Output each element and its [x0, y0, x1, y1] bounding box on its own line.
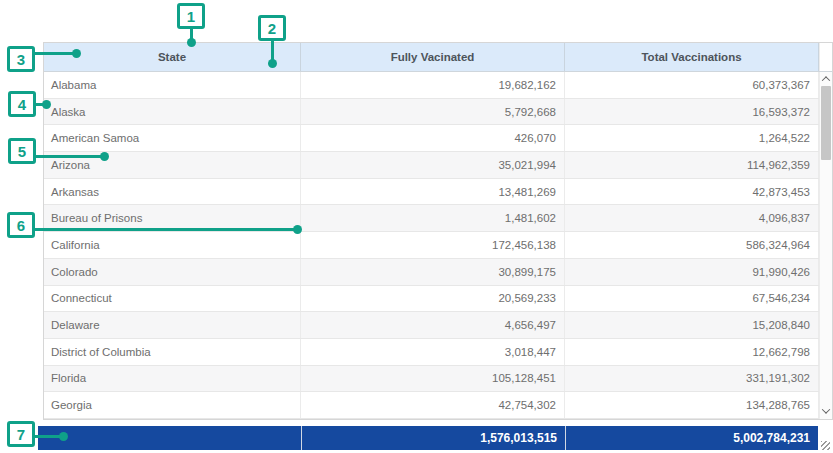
cell-fully-vaccinated: 13,481,269 — [301, 179, 565, 205]
cell-fully-vaccinated: 20,569,233 — [301, 286, 565, 312]
cell-total-vaccinations: 4,096,837 — [565, 205, 819, 231]
resize-grip-icon[interactable] — [821, 441, 830, 450]
cell-state: Florida — [44, 366, 301, 392]
scrollbar-thumb[interactable] — [821, 86, 831, 160]
cell-state: District of Columbia — [44, 339, 301, 365]
cell-state: Delaware — [44, 312, 301, 338]
column-header-total-vaccinations[interactable]: Total Vaccinations — [565, 43, 819, 71]
cell-fully-vaccinated: 42,754,302 — [301, 392, 565, 418]
callout-dot — [42, 100, 51, 109]
cell-fully-vaccinated: 105,128,451 — [301, 366, 565, 392]
table-row[interactable]: Arkansas 13,481,269 42,873,453 — [44, 179, 819, 206]
callout-dot — [187, 38, 196, 47]
table-row[interactable]: Georgia 42,754,302 134,288,765 — [44, 392, 819, 419]
callout-number-badge: 4 — [8, 91, 36, 117]
cell-total-vaccinations: 15,208,840 — [565, 312, 819, 338]
summary-cell-total-vaccinations: 5,002,784,231 — [565, 426, 818, 450]
callout-number-badge: 3 — [7, 46, 35, 72]
callout-dot — [59, 432, 68, 441]
callout-dot — [293, 225, 302, 234]
table-row[interactable]: Florida 105,128,451 331,191,302 — [44, 366, 819, 393]
cell-fully-vaccinated: 4,656,497 — [301, 312, 565, 338]
table-row[interactable]: Connecticut 20,569,233 67,546,234 — [44, 286, 819, 313]
scroll-down-arrow-icon[interactable] — [820, 404, 832, 418]
column-header-state[interactable]: State — [44, 43, 301, 71]
callout-number-badge: 5 — [8, 138, 36, 164]
column-header-fully-vaccinated[interactable]: Fully Vacinated — [301, 43, 565, 71]
callout-number-badge: 6 — [7, 212, 35, 238]
header-scrollbar-spacer — [819, 43, 832, 71]
cell-total-vaccinations: 16,593,372 — [565, 99, 819, 125]
cell-total-vaccinations: 60,373,367 — [565, 72, 819, 98]
callout-number-badge: 7 — [7, 421, 35, 447]
table-rows: Alabama 19,682,162 60,373,367 Alaska 5,7… — [44, 72, 819, 419]
cell-fully-vaccinated: 19,682,162 — [301, 72, 565, 98]
cell-total-vaccinations: 1,264,522 — [565, 125, 819, 151]
cell-total-vaccinations: 67,546,234 — [565, 286, 819, 312]
cell-state: Georgia — [44, 392, 301, 418]
cell-state: American Samoa — [44, 125, 301, 151]
table-row[interactable]: Delaware 4,656,497 15,208,840 — [44, 312, 819, 339]
cell-total-vaccinations: 586,324,964 — [565, 232, 819, 258]
cell-total-vaccinations: 42,873,453 — [565, 179, 819, 205]
cell-state: Alaska — [44, 99, 301, 125]
cell-state: Arkansas — [44, 179, 301, 205]
cell-fully-vaccinated: 35,021,994 — [301, 152, 565, 178]
callout-line — [33, 228, 297, 231]
cell-fully-vaccinated: 1,481,602 — [301, 205, 565, 231]
table-row[interactable]: Alabama 19,682,162 60,373,367 — [44, 72, 819, 99]
callout-line — [33, 52, 77, 55]
cell-fully-vaccinated: 426,070 — [301, 125, 565, 151]
summary-cell-fully-vaccinated: 1,576,013,515 — [301, 426, 565, 450]
table-header-row: State Fully Vacinated Total Vaccinations — [44, 43, 832, 72]
cell-fully-vaccinated: 5,792,668 — [301, 99, 565, 125]
callout-dot — [72, 49, 81, 58]
summary-row: 1,576,013,515 5,002,784,231 — [38, 426, 818, 450]
callout-number-badge: 1 — [177, 3, 205, 29]
table-row[interactable]: American Samoa 426,070 1,264,522 — [44, 125, 819, 152]
cell-state: Alabama — [44, 72, 301, 98]
cell-state: Connecticut — [44, 286, 301, 312]
cell-total-vaccinations: 331,191,302 — [565, 366, 819, 392]
callout-line — [34, 155, 104, 158]
cell-total-vaccinations: 91,990,426 — [565, 259, 819, 285]
callout-dot — [268, 59, 277, 68]
cell-total-vaccinations: 134,288,765 — [565, 392, 819, 418]
table-row[interactable]: Colorado 30,899,175 91,990,426 — [44, 259, 819, 286]
table-row[interactable]: District of Columbia 3,018,447 12,662,79… — [44, 339, 819, 366]
cell-state: California — [44, 232, 301, 258]
cell-fully-vaccinated: 172,456,138 — [301, 232, 565, 258]
vertical-scrollbar[interactable] — [819, 72, 832, 419]
cell-fully-vaccinated: 30,899,175 — [301, 259, 565, 285]
table-row[interactable]: California 172,456,138 586,324,964 — [44, 232, 819, 259]
cell-fully-vaccinated: 3,018,447 — [301, 339, 565, 365]
cell-total-vaccinations: 114,962,359 — [565, 152, 819, 178]
cell-state: Colorado — [44, 259, 301, 285]
vaccination-table: State Fully Vacinated Total Vaccinations… — [43, 42, 833, 420]
scroll-up-arrow-icon[interactable] — [820, 72, 832, 86]
cell-total-vaccinations: 12,662,798 — [565, 339, 819, 365]
summary-cell-state — [38, 426, 301, 450]
screenshot-canvas: State Fully Vacinated Total Vaccinations… — [0, 0, 833, 453]
table-row[interactable]: Arizona 35,021,994 114,962,359 — [44, 152, 819, 179]
table-row[interactable]: Alaska 5,792,668 16,593,372 — [44, 99, 819, 126]
callout-number-badge: 2 — [258, 15, 286, 41]
callout-dot — [100, 152, 109, 161]
table-body: Alabama 19,682,162 60,373,367 Alaska 5,7… — [44, 72, 832, 419]
